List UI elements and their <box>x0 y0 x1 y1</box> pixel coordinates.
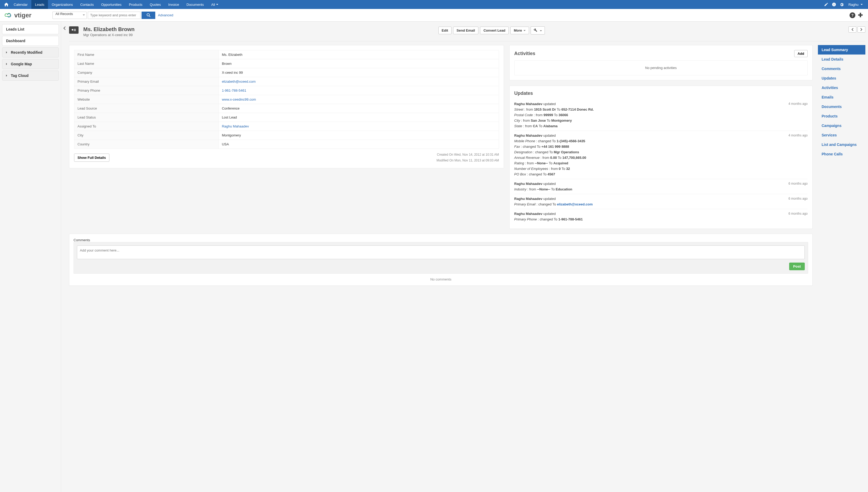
update-field: PO Box <box>514 172 526 176</box>
more-button[interactable]: More <box>510 27 529 34</box>
search-button[interactable] <box>142 11 155 19</box>
add-icon[interactable]: ✚ <box>857 12 864 19</box>
detail-label: Lead Source <box>74 104 219 113</box>
convert-lead-button[interactable]: Convert Lead <box>480 27 509 34</box>
nav-item-leads[interactable]: Leads <box>31 0 48 9</box>
next-record-button[interactable] <box>858 26 865 33</box>
created-on: Created On Wed, Nov 14, 2012 at 10:31 AM <box>437 152 499 158</box>
tab-phone-calls[interactable]: Phone Calls <box>818 149 865 159</box>
sidebar-link-dashboard[interactable]: Dashboard <box>2 36 59 46</box>
edit-button[interactable]: Edit <box>438 27 452 34</box>
post-comment-button[interactable]: Post <box>789 263 805 270</box>
tab-comments[interactable]: Comments <box>818 64 865 73</box>
send-email-button[interactable]: Send Email <box>453 27 478 34</box>
detail-value: Brown <box>218 59 499 68</box>
detail-row: CountryUSA <box>74 140 499 149</box>
update-field: Street <box>514 107 523 112</box>
detail-label: Primary Email <box>74 77 219 86</box>
home-icon[interactable] <box>3 3 10 6</box>
nav-item-documents[interactable]: Documents <box>183 0 207 9</box>
prev-record-button[interactable] <box>848 26 857 33</box>
update-field: City <box>514 119 520 122</box>
update-from: 0.00 <box>550 156 557 159</box>
update-field: Annual Revenue <box>514 156 540 159</box>
nav-item-organizations[interactable]: Organizations <box>48 0 76 9</box>
sidebar-widget-google-map[interactable]: Google Map <box>2 59 59 69</box>
update-to: Acquired <box>553 161 568 165</box>
nav-item-quotes[interactable]: Quotes <box>146 0 164 9</box>
sidebar-widget-label: Recently Modified <box>11 50 43 54</box>
update-change-line: Designation : changed To Mgr Operations <box>514 150 807 154</box>
detail-row: CityMontgomery <box>74 131 499 140</box>
detail-label: Lead Status <box>74 113 219 122</box>
tab-lead-details[interactable]: Lead Details <box>818 54 865 64</box>
sidebar-link-leads-list[interactable]: Leads List <box>2 24 59 34</box>
nav-item-opportunities[interactable]: Opportunities <box>97 0 125 9</box>
triangle-right-icon <box>6 51 8 53</box>
search-scope-select[interactable]: All Records <box>52 11 87 19</box>
sidebar-widget-tag-cloud[interactable]: Tag Cloud <box>2 71 59 81</box>
nav-item-products[interactable]: Products <box>125 0 146 9</box>
update-field: Fax <box>514 145 520 149</box>
nav-item-all[interactable]: All <box>207 0 222 9</box>
update-field: Mobile Phone <box>514 139 535 143</box>
update-ago: 6 months ago <box>789 212 807 216</box>
gear-icon[interactable] <box>838 2 846 7</box>
comment-input[interactable] <box>77 245 805 259</box>
tab-list-and-campaigns[interactable]: List and Campaigns <box>818 140 865 149</box>
update-action: updated <box>542 182 556 186</box>
advanced-search-link[interactable]: Advanced <box>158 13 173 17</box>
update-change-line: Primary Email : changed To elizabeth@xce… <box>514 202 807 206</box>
update-to: 147,700,665.00 <box>562 156 586 159</box>
update-field: Number of Employees <box>514 167 548 171</box>
tab-activities[interactable]: Activities <box>818 83 865 93</box>
detail-value[interactable]: elizabeth@xceed.com <box>218 77 499 86</box>
detail-row: Last NameBrown <box>74 59 499 68</box>
record-header: Ms. Elizabeth Brown Mgr Operations at X-… <box>69 26 865 41</box>
detail-value: Ms. Elizabeth <box>218 50 499 59</box>
nav-item-calendar[interactable]: Calendar <box>10 0 31 9</box>
sidebar-widget-recently-modified[interactable]: Recently Modified <box>2 47 59 57</box>
tools-dropdown[interactable] <box>531 26 545 34</box>
triangle-right-icon <box>6 75 8 77</box>
svg-point-5 <box>72 29 73 30</box>
update-change-line: Industry : from --None-- To Education <box>514 187 807 191</box>
activities-title: Activities <box>514 51 535 56</box>
detail-value[interactable]: www.x-ceedinc99.com <box>218 95 499 104</box>
tab-updates[interactable]: Updates <box>818 73 865 83</box>
update-field: Designation <box>514 150 533 154</box>
logo-text: vtiger <box>14 11 31 19</box>
detail-value[interactable]: 1-961-788-5461 <box>218 86 499 95</box>
update-value: 1-961-788-5461 <box>558 217 583 221</box>
help-icon[interactable]: ? <box>848 13 857 18</box>
comments-title: Comments <box>73 238 90 242</box>
detail-row: Lead SourceConference <box>74 104 499 113</box>
detail-value[interactable]: Raghu Mahaadev <box>218 122 499 131</box>
tab-lead-summary[interactable]: Lead Summary <box>818 45 865 54</box>
pencil-icon[interactable] <box>822 2 830 6</box>
update-item: Raghu Mahaadev updated6 months agoIndust… <box>514 179 807 194</box>
nav-item-contacts[interactable]: Contacts <box>76 0 97 9</box>
nav-item-invoice[interactable]: Invoice <box>164 0 183 9</box>
info-icon[interactable]: i <box>830 2 838 6</box>
update-change-line: Number of Employees : from 0 To 32 <box>514 167 807 171</box>
user-menu[interactable]: Raghu <box>846 3 865 6</box>
update-to: 652-7114 Donec Rd. <box>561 107 594 112</box>
update-value[interactable]: elizabeth@xceed.com <box>557 202 593 206</box>
tab-emails[interactable]: Emails <box>818 93 865 102</box>
logo[interactable]: vtiger <box>4 11 31 19</box>
detail-row: CompanyX-ceed inc 99 <box>74 68 499 77</box>
show-full-details-button[interactable]: Show Full Details <box>74 153 110 162</box>
search-group: All Records Advanced <box>52 11 173 19</box>
update-ago: 4 months ago <box>789 102 807 106</box>
detail-label: Company <box>74 68 219 77</box>
detail-value: X-ceed inc 99 <box>218 68 499 77</box>
sidebar: Leads ListDashboard Recently ModifiedGoo… <box>0 22 61 492</box>
search-input[interactable] <box>88 11 140 19</box>
add-activity-button[interactable]: Add <box>794 50 807 57</box>
sidebar-widget-label: Tag Cloud <box>11 73 28 78</box>
tab-products[interactable]: Products <box>818 112 865 121</box>
tab-campaigns[interactable]: Campaigns <box>818 121 865 130</box>
tab-documents[interactable]: Documents <box>818 102 865 112</box>
tab-services[interactable]: Services <box>818 130 865 140</box>
